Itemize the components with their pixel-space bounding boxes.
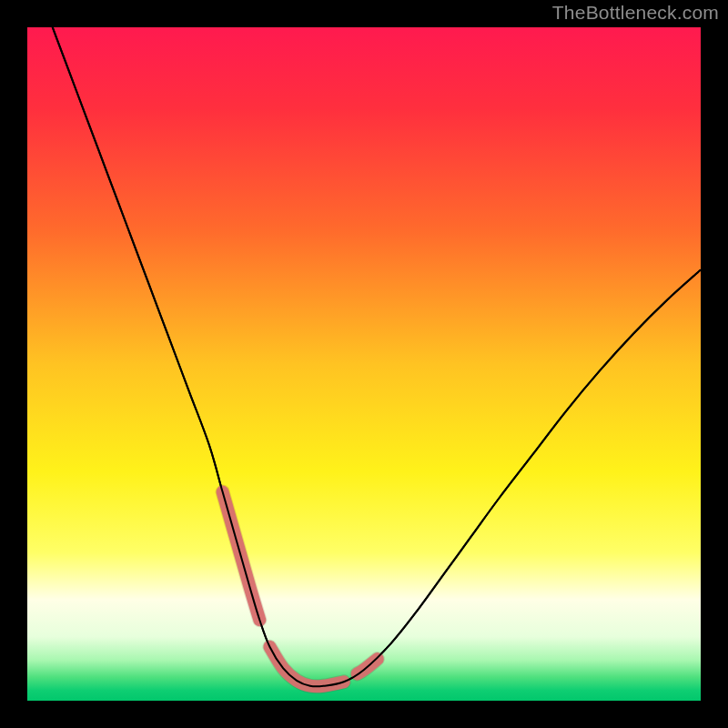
chart-svg (27, 27, 701, 701)
gradient-background (27, 27, 701, 701)
chart-stage: TheBottleneck.com (0, 0, 728, 728)
watermark-text: TheBottleneck.com (552, 2, 719, 24)
plot-frame (27, 27, 701, 701)
